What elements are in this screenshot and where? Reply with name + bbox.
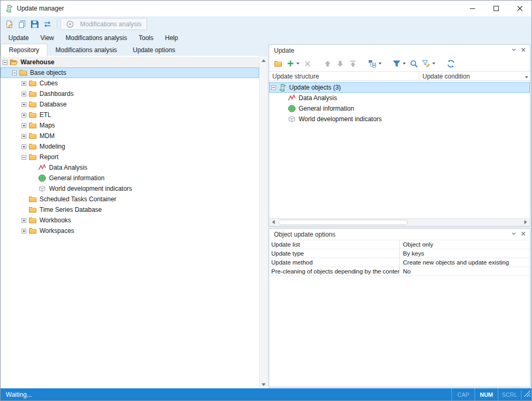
close-button[interactable] [508,1,531,16]
panel-close-button[interactable] [518,46,528,55]
expand-plus-icon[interactable] [22,100,28,109]
search-button[interactable] [408,57,420,70]
option-label: Pre-cleaning of objects depending by the… [269,267,400,276]
tree-item-workspaces[interactable]: Workspaces [1,226,259,236]
menu-item-tools[interactable]: Tools [133,32,159,44]
option-label: Update type [269,249,400,258]
move-top-button[interactable] [347,57,359,70]
tree-item-scheduled-tasks-container[interactable]: Scheduled Tasks Container [1,194,259,204]
refresh-button[interactable] [445,57,457,70]
expand-plus-icon[interactable] [22,121,28,130]
tree-item-warehouse[interactable]: Warehouse [1,57,259,67]
new-update-button[interactable] [3,18,16,30]
tree-item-update-objects-3[interactable]: Update objects (3) [269,82,530,93]
expander-spacer [281,115,288,123]
tree-item-world-development-indicators[interactable]: World development indicators [1,183,259,194]
move-top-icon [349,60,357,68]
copy-button[interactable] [16,18,28,30]
tree-item-data-analysis[interactable]: Data Analysis [269,93,530,103]
filter-edit-icon [422,60,430,68]
save-button[interactable] [28,18,41,30]
panel-menu-button[interactable] [509,46,518,55]
minimize-button[interactable] [460,1,484,16]
option-value[interactable]: Object only [400,241,530,248]
tree-item-etl[interactable]: ETL [1,110,259,120]
column-chooser-button[interactable] [525,72,528,81]
tree-item-base-objects[interactable]: Base objects [1,67,259,78]
sync-button[interactable] [41,18,54,30]
tree-item-general-information[interactable]: General information [269,103,530,114]
data-analysis-icon [288,94,296,102]
column-header-update-condition[interactable]: Update condition [419,73,473,80]
add-object-button[interactable] [284,57,301,70]
tree-item-dashboards[interactable]: Dashboards [1,89,259,99]
folder-icon [28,153,37,161]
update-panel: Update Update structure Update condition… [269,44,530,227]
collapse-minus-icon[interactable] [3,58,9,66]
expand-plus-icon[interactable] [22,227,28,235]
tab-repository[interactable]: Repository [1,44,47,56]
tree-item-general-information[interactable]: General information [1,173,259,183]
move-up-button[interactable] [321,57,334,70]
expand-plus-icon[interactable] [22,132,28,140]
column-header-update-structure[interactable]: Update structure [269,72,419,81]
panel-menu-button[interactable] [509,230,518,239]
expand-plus-icon[interactable] [22,90,28,98]
tree-item-data-analysis[interactable]: Data Analysis [1,162,259,173]
tree-item-label: General information [49,174,107,182]
move-down-icon [336,60,344,68]
expand-plus-icon[interactable] [22,79,28,87]
expand-plus-icon[interactable] [22,216,28,224]
menu-item-modifications-analysis[interactable]: Modifications analysis [60,32,133,44]
tab-modifications-analysis[interactable]: Modifications analysis [47,44,125,56]
view-mode-button[interactable] [367,57,383,70]
scroll-down-icon [261,380,266,388]
refresh-icon [447,60,455,68]
tree-item-database[interactable]: Database [1,99,259,110]
scroll-left-button[interactable] [269,219,278,226]
menu-item-view[interactable]: View [35,32,60,44]
tab-update-options[interactable]: Update options [125,44,183,56]
tree-item-modeling[interactable]: Modeling [1,141,259,152]
horizontal-scrollbar[interactable] [269,218,530,226]
collapse-minus-icon[interactable] [12,69,19,77]
menu-item-update[interactable]: Update [3,32,35,44]
tree-item-time-series-database[interactable]: Time Series Database [1,204,259,215]
tree-item-cubes[interactable]: Cubes [1,78,259,89]
scroll-up-button[interactable] [260,56,268,64]
scrollbar-track[interactable] [278,219,521,226]
collapse-minus-icon[interactable] [271,83,278,92]
scrollbar-track[interactable] [260,64,268,380]
tree-item-mdm[interactable]: MDM [1,131,259,141]
expand-plus-icon[interactable] [22,111,28,119]
move-down-button[interactable] [334,57,347,70]
dropdown-caret-icon [378,62,382,65]
filter-button[interactable] [391,57,408,70]
option-value[interactable]: Create new objects and update existing [400,259,530,266]
menu-item-help[interactable]: Help [159,32,184,44]
option-value[interactable]: No [400,268,530,275]
resize-grip[interactable] [521,390,531,399]
report-icon [38,184,46,193]
tree-item-maps[interactable]: Maps [1,120,259,131]
maximize-button[interactable] [484,1,508,16]
option-value[interactable]: By keys [400,250,530,257]
tree-item-world-development-indicators[interactable]: World development indicators [269,114,530,124]
tree-item-report[interactable]: Report [1,152,259,162]
panel-close-button[interactable] [518,230,528,239]
vertical-scrollbar[interactable] [259,56,268,388]
scroll-right-button[interactable] [521,219,530,226]
modifications-analysis-button[interactable]: Modifications analysis [61,18,147,30]
dropdown-caret-icon [296,62,300,65]
remove-object-button[interactable] [301,57,314,70]
scrollbar-thumb[interactable] [279,220,408,225]
tree-item-label: Update objects (3) [289,84,344,91]
expand-plus-icon[interactable] [22,142,28,151]
open-folder-button[interactable] [272,57,284,70]
collapse-minus-icon[interactable] [22,153,28,161]
filter-edit-button[interactable] [420,57,437,70]
folder-icon [28,227,37,235]
tree-item-workbooks[interactable]: Workbooks [1,215,259,226]
folder-icon [28,206,37,214]
scroll-down-button[interactable] [260,380,268,388]
